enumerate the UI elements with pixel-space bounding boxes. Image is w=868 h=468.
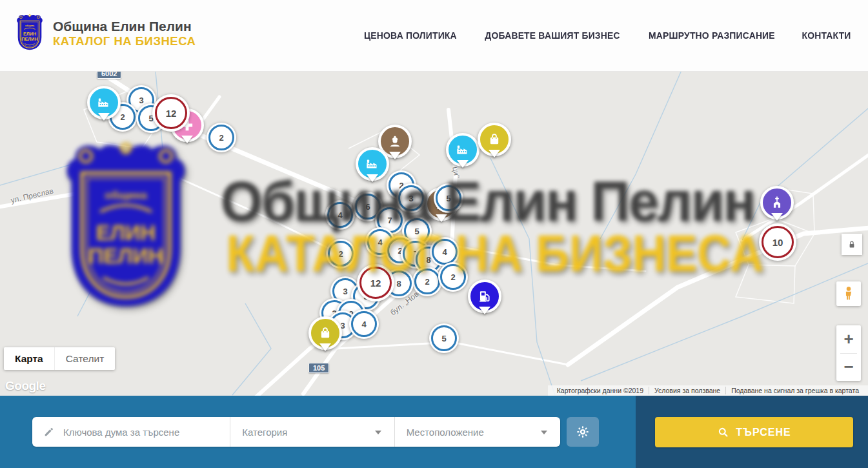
map-canvas[interactable]: ул. Преславбул. „Новоселци“ 6002105 3251… — [0, 71, 868, 396]
cluster-marker[interactable]: 2 — [412, 267, 442, 296]
chevron-down-icon — [541, 431, 547, 438]
search-button-panel: ТЪРСЕНЕ — [636, 396, 868, 468]
svg-text:ЕЛИН: ЕЛИН — [23, 32, 36, 37]
cluster-count: 2 — [208, 125, 234, 150]
cluster-marker[interactable]: 2 — [438, 262, 468, 292]
cluster-marker[interactable]: 4 — [325, 200, 355, 230]
main-nav: ЦЕНОВА ПОЛИТИКАДОБАВЕТЕ ВАШИЯТ БИЗНЕСМАР… — [362, 0, 852, 71]
cluster-count: 3 — [398, 185, 424, 211]
pegman-control[interactable] — [836, 281, 861, 306]
road-badge: 6002 — [97, 71, 121, 79]
nav-item-contacts[interactable]: КОНТАКТИ — [802, 30, 851, 41]
factory-pin[interactable] — [446, 133, 479, 167]
advanced-search-button[interactable] — [567, 417, 599, 447]
factory-icon — [454, 141, 471, 158]
fuel-icon — [476, 288, 493, 305]
lock-button[interactable] — [842, 234, 862, 255]
map-type-switch: КартаСателит — [4, 347, 115, 370]
svg-text:община: община — [25, 25, 35, 27]
cluster-marker[interactable]: 4 — [349, 309, 379, 339]
site-subtitle: КАТАЛОГ НА БИЗНЕСА — [53, 34, 196, 48]
cluster-count: 12 — [155, 97, 187, 129]
attribution-link[interactable]: Подаване на сигнал за грешка в картата — [725, 387, 864, 394]
cluster-marker[interactable]: 5 — [434, 183, 463, 213]
cluster-count: 4 — [432, 239, 458, 265]
cluster-marker[interactable]: 12 — [357, 264, 394, 301]
site-title: Община Елин Пелин — [53, 19, 196, 34]
road-badge: 105 — [308, 363, 329, 373]
cluster-count: 10 — [762, 226, 794, 258]
bag-icon — [317, 325, 334, 341]
search-fields: Категория Местоположение — [32, 417, 560, 447]
cluster-count: 2 — [414, 269, 440, 294]
attribution-link[interactable]: Условия за ползване — [649, 387, 725, 394]
zoom-out-button[interactable]: − — [836, 354, 861, 381]
keyword-input[interactable] — [62, 426, 230, 438]
attribution-text: Картографски данни ©2019 — [552, 387, 649, 394]
cluster-count: 5 — [431, 325, 457, 351]
lock-icon — [846, 239, 858, 250]
map-attribution: Картографски данни ©2019Условия за ползв… — [548, 385, 868, 396]
brand[interactable]: община ЕЛИН ПЕЛИН Община Елин Пелин КАТА… — [14, 14, 196, 53]
nav-item-route-schedule[interactable]: МАРШРУТНО РАЗПИСАНИЕ — [649, 30, 775, 41]
bag-pin[interactable] — [308, 316, 342, 350]
fuel-pin[interactable] — [468, 280, 501, 313]
cluster-marker[interactable]: 10 — [759, 223, 796, 261]
cluster-marker[interactable]: 2 — [326, 239, 356, 269]
location-select[interactable]: Местоположение — [394, 417, 560, 447]
zoom-in-button[interactable]: + — [836, 326, 861, 353]
cluster-marker[interactable]: 3 — [396, 183, 426, 213]
search-section: ТЪРСЕНЕ Категория Местоположение — [0, 396, 868, 468]
map-type-map[interactable]: Карта — [4, 347, 54, 370]
zoom-control: + − — [836, 325, 861, 381]
nav-item-pricing[interactable]: ЦЕНОВА ПОЛИТИКА — [364, 30, 457, 41]
google-logo: Google — [5, 379, 45, 393]
cluster-marker[interactable]: 2 — [207, 123, 236, 152]
category-select[interactable]: Категория — [230, 417, 394, 447]
search-button[interactable]: ТЪРСЕНЕ — [655, 417, 853, 447]
header: община ЕЛИН ПЕЛИН Община Елин Пелин КАТА… — [0, 0, 868, 72]
factory-icon — [364, 156, 381, 172]
gear-icon — [576, 425, 590, 439]
cluster-count: 4 — [351, 311, 377, 337]
cluster-count: 5 — [436, 185, 461, 211]
cluster-count: 4 — [327, 202, 353, 228]
cluster-marker[interactable]: 5 — [429, 323, 459, 353]
svg-text:ПЕЛИН: ПЕЛИН — [21, 37, 37, 42]
factory-icon — [96, 94, 112, 111]
chevron-down-icon — [375, 431, 381, 438]
nav-item-add-business[interactable]: ДОБАВЕТЕ ВАШИЯТ БИЗНЕС — [485, 30, 620, 41]
map-type-satellite[interactable]: Сателит — [54, 347, 115, 370]
bag-pin[interactable] — [478, 123, 511, 156]
pegman-icon — [840, 285, 857, 302]
cluster-marker[interactable]: 12 — [152, 94, 190, 132]
cluster-count: 2 — [440, 264, 466, 290]
church-icon — [769, 194, 785, 211]
factory-pin[interactable] — [356, 147, 389, 181]
worker-icon — [387, 133, 403, 150]
pencil-icon — [43, 425, 56, 438]
bag-icon — [486, 131, 503, 148]
cluster-count: 2 — [328, 241, 354, 267]
cluster-count: 12 — [359, 267, 392, 299]
church-pin[interactable] — [760, 186, 794, 219]
keyword-field — [32, 417, 230, 447]
municipality-crest-logo: община ЕЛИН ПЕЛИН — [14, 14, 45, 53]
factory-pin[interactable] — [87, 86, 121, 119]
search-icon — [717, 426, 729, 438]
